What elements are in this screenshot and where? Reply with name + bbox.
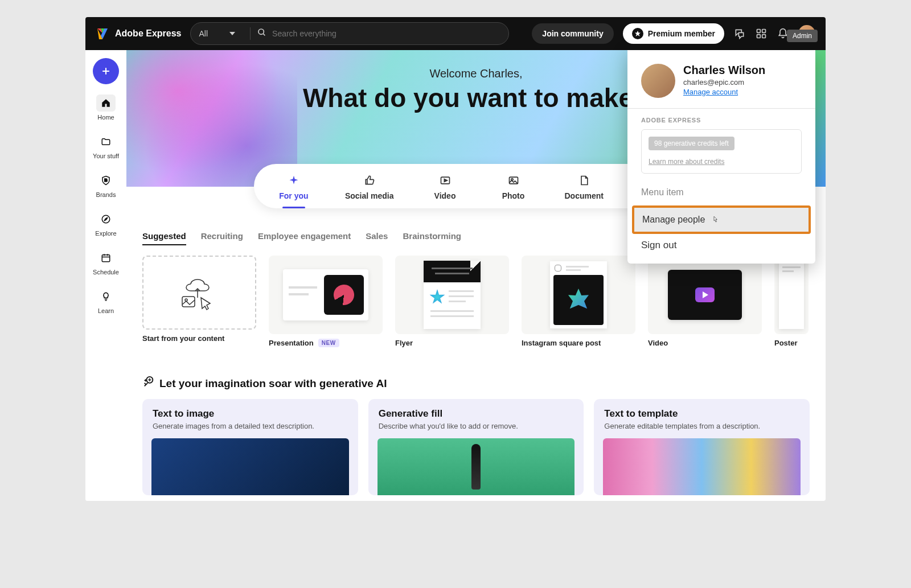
admin-badge: Admin (787, 30, 818, 42)
sidebar-item-home[interactable]: Home (85, 92, 126, 123)
premium-icon (632, 28, 643, 39)
template-video[interactable]: Video (648, 256, 762, 347)
genai-text-to-image[interactable]: Text to image Generate images from a det… (142, 399, 358, 495)
template-title: Start from your content (142, 334, 256, 343)
thumbs-up-icon (363, 174, 376, 187)
tab-label: For you (279, 191, 308, 200)
sidebar-item-label: Schedule (93, 269, 119, 276)
ai-card-desc: Generate images from a detailed text des… (153, 422, 348, 430)
premium-label: Premium member (648, 29, 715, 38)
cursor-pointer-icon (711, 215, 720, 224)
sidebar-item-label: Brands (96, 191, 116, 198)
search-icon (257, 28, 266, 39)
menu-item-placeholder: Menu item (641, 183, 802, 205)
apps-icon[interactable] (755, 27, 768, 40)
tab-label: Document (565, 191, 604, 200)
ai-card-image (151, 438, 349, 495)
template-presentation[interactable]: Presentation NEW (269, 256, 383, 347)
credits-badge: 98 generative credits left (649, 137, 734, 150)
sidebar-item-yourstuff[interactable]: Your stuff (85, 131, 126, 162)
svg-line-1 (263, 34, 265, 35)
ai-card-desc: Describe what you'd like to add or remov… (379, 422, 574, 430)
template-title: Video (648, 339, 762, 347)
svg-text:B: B (104, 178, 108, 183)
svg-rect-10 (102, 255, 110, 262)
dropdown-section-label: ADOBE EXPRESS (641, 117, 802, 124)
tab-video[interactable]: Video (422, 174, 468, 200)
template-title: Presentation NEW (269, 339, 383, 347)
tab-photo[interactable]: Photo (491, 174, 536, 200)
play-box-icon (439, 174, 452, 187)
svg-rect-3 (762, 30, 766, 33)
template-upload[interactable]: Start from your content (142, 256, 256, 347)
product-name: Adobe Express (115, 28, 181, 39)
sidebar-item-label: Your stuff (93, 153, 119, 159)
adobe-logo-icon (96, 27, 109, 40)
ai-card-image (603, 438, 801, 495)
user-dropdown: Admin Charles Wilson charles@epic.com Ma… (627, 50, 815, 264)
sidebar-item-explore[interactable]: Explore (85, 208, 126, 239)
filter-recruiting[interactable]: Recruiting (201, 231, 243, 245)
manage-people-item[interactable]: Manage people (632, 205, 811, 234)
manage-account-link[interactable]: Manage account (683, 88, 765, 96)
template-instagram[interactable]: Instagram square post (522, 256, 635, 347)
user-info-row: Charles Wilson charles@epic.com Manage a… (641, 64, 802, 98)
template-title: Poster (774, 339, 809, 347)
add-button[interactable] (93, 58, 119, 84)
chevron-down-icon (229, 32, 235, 35)
manage-people-label: Manage people (642, 215, 705, 225)
premium-member-button[interactable]: Premium member (623, 23, 724, 44)
file-icon (578, 174, 590, 187)
sparkle-arrow-icon (142, 376, 155, 391)
tab-document[interactable]: Document (559, 174, 609, 200)
hero-welcome: Welcome Charles, (429, 67, 522, 80)
svg-point-0 (258, 29, 264, 34)
sidebar-item-label: Home (97, 114, 114, 121)
svg-rect-2 (757, 30, 761, 33)
category-select-label: All (199, 29, 208, 38)
top-header: Adobe Express All Join community Premium… (85, 17, 826, 50)
ai-card-desc: Generate editable templates from a descr… (604, 422, 799, 430)
template-poster[interactable]: Poster (774, 256, 809, 347)
sidebar-item-schedule[interactable]: Schedule (85, 247, 126, 278)
genai-text-to-template[interactable]: Text to template Generate editable templ… (594, 399, 810, 495)
tab-label: Social media (345, 191, 394, 200)
hero-title: What do you want to make? (303, 83, 649, 113)
ai-card-title: Text to template (604, 408, 799, 420)
search-input[interactable] (272, 29, 443, 38)
filter-engagement[interactable]: Employee engagement (258, 231, 351, 245)
left-rail: Home Your stuff B Brands Explore Schedul… (85, 50, 126, 501)
svg-rect-5 (762, 35, 766, 38)
user-name: Charles Wilson (683, 64, 765, 77)
category-select[interactable]: All (199, 29, 243, 38)
svg-rect-4 (757, 35, 761, 38)
template-title: Flyer (395, 339, 509, 347)
app-frame: Adobe Express All Join community Premium… (85, 17, 826, 501)
credits-link[interactable]: Learn more about credits (649, 158, 724, 166)
divider (627, 108, 815, 109)
sidebar-item-label: Explore (95, 230, 116, 237)
chat-icon[interactable] (733, 27, 746, 40)
credits-box: 98 generative credits left Learn more ab… (641, 129, 802, 174)
ai-card-image (377, 438, 575, 495)
tab-label: Photo (502, 191, 525, 200)
user-email: charles@epic.com (683, 78, 765, 87)
filter-brainstorming[interactable]: Brainstorming (403, 231, 461, 245)
tab-for-you[interactable]: For you (271, 174, 317, 200)
user-avatar (641, 64, 675, 98)
sidebar-item-brands[interactable]: B Brands (85, 170, 126, 200)
sign-out-item[interactable]: Sign out (641, 237, 802, 256)
tab-social-media[interactable]: Social media (339, 174, 400, 200)
logo-area: Adobe Express (96, 27, 181, 40)
filter-sales[interactable]: Sales (366, 231, 388, 245)
new-badge: NEW (318, 339, 339, 347)
tab-label: Video (434, 191, 456, 200)
template-row: Start from your content Presentation NEW (126, 256, 826, 359)
filter-suggested[interactable]: Suggested (142, 231, 186, 245)
template-flyer[interactable]: Flyer (395, 256, 509, 347)
genai-generative-fill[interactable]: Generative fill Describe what you'd like… (368, 399, 584, 495)
sidebar-item-learn[interactable]: Learn (85, 286, 126, 316)
join-community-button[interactable]: Join community (532, 23, 613, 44)
search-group: All (190, 22, 509, 45)
section-title: Let your imagination soar with generativ… (159, 377, 387, 390)
